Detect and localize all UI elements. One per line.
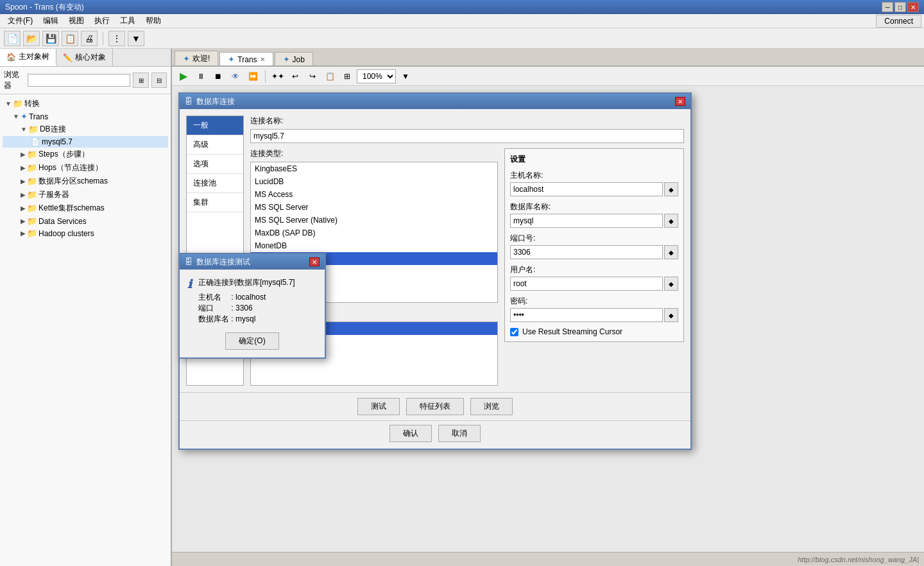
preview-btn[interactable]: 👁 (228, 69, 243, 83)
arrow-icon-2: ▼ (13, 113, 19, 120)
panel-tabs: 🏠 主对象树 ✏️ 核心对象 (0, 49, 171, 67)
stop-btn[interactable]: ⏹ (210, 69, 226, 83)
zoom-dropdown[interactable]: ▼ (398, 69, 413, 83)
password-label: 密码: (510, 296, 678, 307)
username-input[interactable] (510, 277, 663, 291)
app-title: Spoon - Trans (有变动) (5, 2, 84, 13)
new-btn[interactable]: 📄 (4, 31, 21, 46)
restore-btn[interactable]: □ (894, 2, 906, 12)
hostname-btn[interactable]: ◆ (664, 182, 678, 196)
tab-core-objects[interactable]: ✏️ 核心对象 (56, 49, 113, 66)
core-objects-icon: ✏️ (63, 53, 73, 62)
conn-name-input[interactable] (250, 129, 684, 143)
btn1[interactable]: ✦✦ (270, 69, 286, 83)
tree-item-schemas[interactable]: ▶ 📁 数据库分区schemas (3, 175, 168, 188)
zoom-select[interactable]: 100% 50% 75% 125% 150% (357, 69, 396, 83)
btn4[interactable]: 📋 (322, 69, 338, 83)
test-btn[interactable]: 测试 (357, 398, 400, 415)
tab-trans[interactable]: ✦ Trans ✕ (219, 52, 273, 65)
dbname-btn[interactable]: ◆ (664, 214, 678, 228)
fast-fwd-btn[interactable]: ⏩ (245, 69, 261, 83)
tree-item-dataservices[interactable]: ▶ 📁 Data Services (3, 215, 168, 227)
btn5[interactable]: ⊞ (339, 69, 355, 83)
tab-welcome[interactable]: ✦ 欢迎! (175, 51, 218, 65)
search-input[interactable] (28, 74, 130, 87)
run-btn[interactable]: ▶ (176, 69, 191, 83)
browse-btn[interactable]: 浏览 (470, 398, 513, 415)
trans-label: Trans (237, 55, 257, 64)
menu-bar: 文件(F) 编辑 视图 执行 工具 帮助 Connect (0, 14, 924, 28)
feature-list-btn[interactable]: 特征列表 (406, 398, 464, 415)
db-item-kingbase[interactable]: KingbaseES (251, 162, 497, 175)
confirm-btn[interactable]: 确认 (389, 425, 432, 442)
cancel-btn[interactable]: 取消 (438, 425, 481, 442)
trans-close-icon[interactable]: ✕ (260, 56, 265, 63)
port-input[interactable] (510, 245, 663, 259)
minimize-btn[interactable]: ─ (882, 2, 893, 12)
password-input[interactable] (510, 308, 663, 322)
tree-item-zhuanhuan[interactable]: ▼ 📁 转换 (3, 97, 168, 110)
btn2[interactable]: ↩ (287, 69, 303, 83)
tree-item-mysql[interactable]: 📄 mysql5.7 (3, 136, 168, 148)
test-message: 正确连接到数据库[mysql5.7] (198, 277, 295, 288)
arrow-icon-6: ▶ (21, 178, 26, 185)
job-icon: ✦ (283, 55, 290, 64)
streaming-checkbox[interactable] (510, 328, 518, 336)
test-ok-btn[interactable]: 确定(O) (225, 332, 278, 350)
nav-cluster[interactable]: 集群 (187, 193, 243, 212)
menu-help[interactable]: 帮助 (141, 14, 166, 28)
tree-item-trans[interactable]: ▼ ✦ Trans (3, 110, 168, 123)
db-item-mssql-native[interactable]: MS SQL Server (Native) (251, 214, 497, 227)
folder-icon-7: 📁 (27, 203, 37, 213)
tab-job[interactable]: ✦ Job (275, 52, 313, 65)
close-btn[interactable]: ✕ (907, 2, 919, 12)
nav-options[interactable]: 选项 (187, 155, 243, 174)
tree-item-kettle[interactable]: ▶ 📁 Kettle集群schemas (3, 202, 168, 215)
open-btn[interactable]: 📂 (23, 31, 40, 46)
saveas-btn[interactable]: 📋 (62, 31, 78, 46)
layers-btn[interactable]: ⋮ (108, 31, 125, 46)
menu-tools[interactable]: 工具 (115, 14, 141, 28)
tab-main-objects[interactable]: 🏠 主对象树 (0, 49, 56, 66)
nav-advanced[interactable]: 高级 (187, 135, 243, 155)
password-btn[interactable]: ◆ (664, 308, 678, 322)
tree-item-steps[interactable]: ▶ 📁 Steps（步骤） (3, 148, 168, 161)
db-item-mssql[interactable]: MS SQL Server (251, 201, 497, 214)
test-dialog-close[interactable]: ✕ (309, 257, 320, 266)
db-item-lucid[interactable]: LucidDB (251, 175, 497, 188)
collapse-all-btn[interactable]: ⊟ (151, 73, 167, 88)
connect-button[interactable]: Connect (876, 15, 921, 28)
test-icon: 🗄 (185, 257, 193, 266)
db-item-msaccess[interactable]: MS Access (251, 188, 497, 201)
menu-run[interactable]: 执行 (89, 14, 115, 28)
port-label: 端口号: (510, 233, 678, 244)
print-btn[interactable]: 🖨 (81, 31, 98, 46)
tree-item-subserver[interactable]: ▶ 📁 子服务器 (3, 188, 168, 202)
folder-icon-9: 📁 (27, 228, 37, 238)
nav-pool[interactable]: 连接池 (187, 174, 243, 193)
db-item-monetdb[interactable]: MonetDB (251, 239, 497, 252)
nav-general[interactable]: 一般 (187, 116, 243, 135)
dbname-input[interactable] (510, 214, 663, 228)
tab-bar: ✦ 欢迎! ✦ Trans ✕ ✦ Job (172, 49, 924, 67)
main-objects-label: 主对象树 (19, 51, 49, 62)
save-btn[interactable]: 💾 (42, 31, 59, 46)
main-objects-icon: 🏠 (6, 53, 16, 62)
expand-all-btn[interactable]: ⊞ (133, 73, 148, 88)
menu-view[interactable]: 视图 (64, 14, 89, 28)
folder-icon-8: 📁 (27, 216, 37, 226)
port-btn[interactable]: ◆ (664, 245, 678, 259)
db-dialog-close[interactable]: ✕ (675, 97, 685, 106)
hostname-input[interactable] (510, 182, 663, 196)
username-btn[interactable]: ◆ (664, 277, 678, 291)
menu-file[interactable]: 文件(F) (3, 14, 38, 28)
db-item-maxdb[interactable]: MaxDB (SAP DB) (251, 227, 497, 239)
tree-item-hops[interactable]: ▶ 📁 Hops（节点连接） (3, 161, 168, 175)
tree-item-dbconn[interactable]: ▼ 📁 DB连接 (3, 123, 168, 136)
tree-item-hadoop[interactable]: ▶ 📁 Hadoop clusters (3, 227, 168, 239)
btn3[interactable]: ↪ (305, 69, 320, 83)
layers-btn2[interactable]: ▼ (128, 31, 144, 46)
streaming-row: Use Result Streaming Cursor (510, 327, 678, 336)
pause-btn[interactable]: ⏸ (193, 69, 209, 83)
menu-edit[interactable]: 编辑 (38, 14, 64, 28)
